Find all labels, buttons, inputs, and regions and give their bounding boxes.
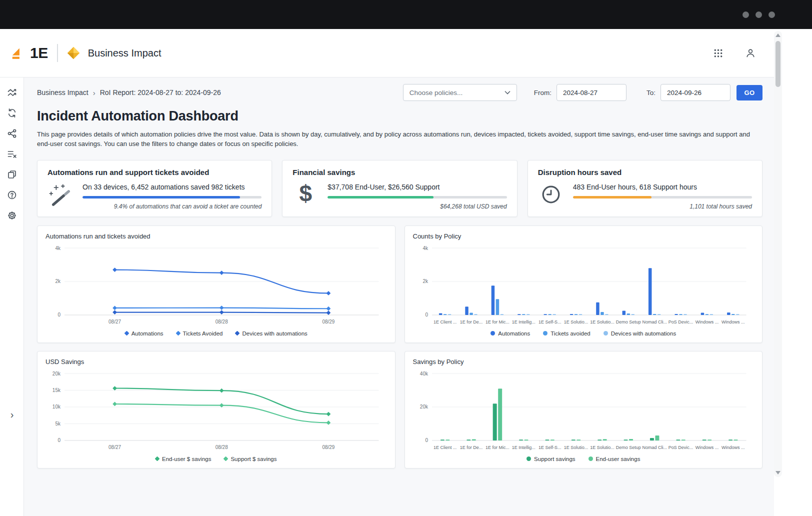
bar[interactable]	[705, 314, 708, 315]
trends-icon[interactable]	[4, 84, 20, 101]
bar[interactable]	[652, 314, 656, 315]
bar[interactable]	[545, 440, 549, 440]
policies-select[interactable]: Choose policies...	[403, 84, 517, 101]
bar[interactable]	[578, 314, 582, 315]
data-point[interactable]	[220, 310, 224, 314]
bar[interactable]	[550, 440, 554, 440]
bar[interactable]	[622, 310, 625, 314]
bar[interactable]	[472, 439, 476, 440]
bar[interactable]	[629, 439, 633, 440]
from-date-input[interactable]	[556, 84, 626, 101]
checklist-icon[interactable]	[4, 146, 20, 162]
scrollbar-track[interactable]	[774, 39, 782, 469]
bar[interactable]	[519, 440, 523, 440]
bar[interactable]	[526, 314, 530, 315]
legend-item[interactable]: Devices with automations	[604, 330, 676, 336]
bar[interactable]	[496, 299, 498, 315]
bar[interactable]	[676, 440, 680, 440]
bar[interactable]	[571, 440, 575, 440]
bar[interactable]	[631, 314, 634, 315]
bar[interactable]	[728, 440, 732, 440]
legend-item[interactable]: Devices with automations	[236, 330, 307, 336]
bar[interactable]	[674, 314, 678, 315]
network-icon[interactable]	[4, 125, 20, 142]
scrollbar[interactable]	[774, 31, 782, 477]
bar[interactable]	[544, 314, 546, 315]
data-point[interactable]	[326, 306, 331, 311]
data-point[interactable]	[220, 388, 224, 393]
user-icon[interactable]	[743, 46, 758, 60]
scrollbar-thumb[interactable]	[776, 41, 780, 87]
bar[interactable]	[570, 314, 572, 315]
scroll-down-arrow[interactable]	[776, 471, 780, 474]
bar[interactable]	[576, 440, 580, 440]
legend-item[interactable]: Tickets Avoided	[176, 330, 223, 336]
data-point[interactable]	[112, 306, 117, 310]
breadcrumb-business-impact[interactable]: Business Impact	[37, 88, 88, 96]
bar[interactable]	[736, 314, 739, 315]
legend-item[interactable]: Support savings	[526, 456, 575, 462]
data-point[interactable]	[112, 386, 117, 390]
bar[interactable]	[732, 314, 734, 315]
bar[interactable]	[679, 314, 682, 315]
data-point[interactable]	[326, 291, 331, 296]
bar[interactable]	[605, 314, 608, 315]
bar[interactable]	[684, 314, 686, 315]
bar[interactable]	[700, 312, 704, 314]
bar[interactable]	[626, 314, 630, 315]
help-icon[interactable]	[4, 186, 20, 204]
bar[interactable]	[650, 438, 654, 440]
expand-sidebar-chevron[interactable]: ›	[0, 410, 24, 420]
data-point[interactable]	[112, 402, 117, 406]
bar[interactable]	[491, 286, 494, 315]
bar[interactable]	[681, 440, 685, 440]
bar[interactable]	[448, 314, 450, 315]
data-point[interactable]	[220, 306, 224, 310]
bar[interactable]	[598, 440, 602, 440]
sync-icon[interactable]	[4, 104, 20, 122]
scroll-up-arrow[interactable]	[776, 34, 780, 37]
legend-item[interactable]: End-user savings	[588, 456, 640, 462]
bar[interactable]	[548, 314, 551, 315]
bar[interactable]	[655, 436, 659, 440]
bar[interactable]	[492, 404, 496, 440]
bar[interactable]	[574, 314, 577, 315]
bar[interactable]	[470, 312, 472, 314]
bar[interactable]	[596, 302, 599, 315]
bar[interactable]	[734, 440, 738, 440]
bar[interactable]	[446, 440, 450, 440]
legend-item[interactable]: Automations	[490, 330, 530, 336]
bar[interactable]	[624, 440, 628, 440]
data-point[interactable]	[326, 310, 331, 315]
data-point[interactable]	[112, 310, 117, 314]
pages-icon[interactable]	[4, 166, 20, 183]
apps-grid-icon[interactable]	[712, 46, 725, 60]
to-date-input[interactable]	[660, 84, 730, 101]
bar[interactable]	[600, 312, 604, 315]
bar[interactable]	[727, 312, 730, 315]
bar[interactable]	[440, 440, 444, 440]
legend-item[interactable]: Automations	[125, 330, 164, 336]
legend-item[interactable]: End-user $ savings	[156, 456, 211, 462]
bar[interactable]	[524, 440, 528, 440]
bar[interactable]	[522, 314, 525, 315]
bar[interactable]	[710, 314, 712, 315]
bar[interactable]	[500, 314, 503, 315]
bar[interactable]	[443, 314, 446, 315]
bar[interactable]	[657, 314, 660, 315]
bar[interactable]	[518, 314, 520, 315]
settings-icon[interactable]	[4, 207, 20, 224]
legend-item[interactable]: Tickets avoided	[543, 330, 590, 336]
bar[interactable]	[552, 314, 556, 315]
bar[interactable]	[498, 388, 502, 440]
bar[interactable]	[702, 440, 706, 440]
data-point[interactable]	[220, 270, 224, 275]
data-point[interactable]	[326, 420, 331, 425]
bar[interactable]	[648, 268, 651, 315]
bar[interactable]	[474, 314, 477, 315]
legend-item[interactable]: Support $ savings	[224, 456, 276, 462]
data-point[interactable]	[112, 268, 117, 272]
bar[interactable]	[438, 313, 442, 314]
bar[interactable]	[602, 439, 606, 440]
bar[interactable]	[465, 306, 468, 315]
